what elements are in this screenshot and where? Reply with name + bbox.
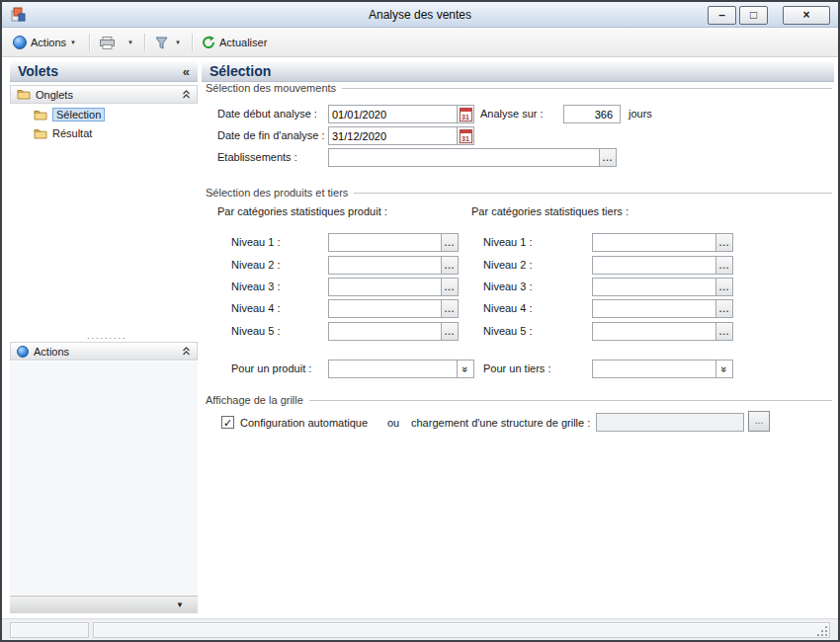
niveau-4-produit-input[interactable] [328,299,442,318]
niveau-5-produit-input[interactable] [328,322,442,341]
niveau-4-tiers-browse-button[interactable]: ... [716,299,733,318]
chargement-structure-label: chargement d'une structure de grille : [411,417,590,429]
pour-un-tiers-input[interactable] [592,360,716,378]
date-end-input[interactable] [328,126,458,145]
close-button[interactable]: × [783,6,830,25]
calendar-icon: 31 [460,129,472,143]
sidebar-bottom-bar: ▼ [10,596,198,613]
filter-funnel-icon [155,37,168,49]
status-panel-left [10,622,89,638]
toolbar-separator [192,34,193,51]
print-dropdown-button[interactable]: ▼ [125,32,136,53]
structure-grille-browse-button[interactable]: ... [748,411,770,432]
niveau-2-produit-input[interactable] [328,256,442,275]
niveau-2-tiers-browse-button[interactable]: ... [716,256,733,275]
niveau-2-produit-field: ... [328,256,459,275]
date-start-label: Date début analyse : [217,108,317,120]
niveau-1-produit-browse-button[interactable]: ... [442,233,459,252]
chevron-down-icon: ▼ [70,40,76,45]
niveau-2-tiers-label: Niveau 2 : [483,259,533,271]
niveau-5-tiers-input[interactable] [592,322,716,341]
folder-icon [17,89,31,100]
refresh-button[interactable]: Actualiser [197,32,272,53]
niveau-3-tiers-field: ... [592,278,733,296]
ou-label: ou [387,417,399,429]
produit-column-header: Par catégories statistiques produit : [217,205,387,217]
sidebar-group-actions[interactable]: Actions [10,342,198,361]
etablissements-field: ... [328,148,617,167]
niveau-3-tiers-input[interactable] [592,278,716,296]
sidebar-group-onglets[interactable]: Onglets [10,85,198,104]
collapse-sidebar-icon[interactable]: « [183,64,190,79]
filter-dropdown-button[interactable]: ▼ [172,32,184,53]
pour-un-tiers-label: Pour un tiers : [483,362,550,374]
toolbar: Actions ▼ ▼ ▼ A [2,28,838,57]
niveau-3-tiers-label: Niveau 3 : [483,281,533,292]
main-header: Sélection [202,61,834,82]
sidebar-splitter-handle[interactable]: ......... [87,332,127,340]
pour-un-produit-label: Pour un produit : [231,362,311,374]
chevron-down-icon: ▼ [175,40,181,45]
niveau-1-tiers-browse-button[interactable]: ... [716,233,733,252]
onglets-label: Onglets [36,89,73,101]
resize-grip[interactable] [816,625,828,639]
date-end-label: Date de fin d'analyse : [217,129,325,141]
section-produits-tiers: Sélection des produits et tiers [206,187,832,199]
chevron-up-icon[interactable] [182,90,191,99]
niveau-1-tiers-field: ... [592,233,733,252]
niveau-1-tiers-label: Niveau 1 : [483,236,533,248]
maximize-button[interactable]: □ [739,6,768,25]
niveau-4-produit-field: ... [328,299,459,318]
section-mouvements: Sélection des mouvements [206,82,832,94]
niveau-4-produit-browse-button[interactable]: ... [442,299,459,318]
actions-menu-label: Actions [31,37,66,48]
sidebar-item-selection[interactable]: Sélection [34,107,105,122]
niveau-3-produit-browse-button[interactable]: ... [442,278,459,296]
pour-un-produit-input[interactable] [328,360,458,378]
combo-double-chevron-icon[interactable]: » [458,360,474,378]
filter-button[interactable] [150,32,173,53]
analyse-sur-input[interactable] [563,105,621,123]
etablissements-input[interactable] [328,148,600,167]
niveau-1-produit-input[interactable] [328,233,442,252]
structure-grille-input[interactable] [596,413,744,432]
actions-menu-button[interactable]: Actions ▼ [8,32,81,53]
niveau-5-produit-browse-button[interactable]: ... [442,322,459,341]
chevron-up-icon[interactable] [182,347,191,356]
configuration-automatique-label: Configuration automatique [240,417,368,429]
sidebar-actions-label: Actions [34,346,69,358]
etablissements-browse-button[interactable]: ... [600,148,617,167]
sidebar-item-resultat[interactable]: Résultat [34,125,92,141]
sidebar-header: Volets « [10,61,198,82]
scroll-down-icon[interactable]: ▼ [176,601,184,609]
main-title: Sélection [210,63,271,79]
niveau-2-produit-browse-button[interactable]: ... [442,256,459,275]
niveau-3-tiers-browse-button[interactable]: ... [716,278,733,296]
sidebar-empty-area [10,361,198,596]
status-panel-right [93,622,830,638]
niveau-2-produit-label: Niveau 2 : [231,259,281,271]
folder-icon [34,128,47,139]
date-end-calendar-button[interactable]: 31 [458,126,474,145]
pour-un-tiers-combo[interactable]: » [592,360,733,378]
configuration-automatique-checkbox[interactable]: ✓ [221,416,234,429]
niveau-5-tiers-label: Niveau 5 : [483,325,533,337]
date-start-calendar-button[interactable]: 31 [458,105,474,123]
toolbar-separator [144,34,145,51]
analyse-sur-label: Analyse sur : [480,108,544,120]
niveau-3-produit-input[interactable] [328,278,442,296]
niveau-1-produit-label: Niveau 1 : [231,236,281,248]
niveau-1-tiers-input[interactable] [592,233,716,252]
pour-un-produit-combo[interactable]: » [328,360,474,378]
niveau-5-produit-field: ... [328,322,459,341]
niveau-3-produit-field: ... [328,278,459,296]
print-button[interactable] [95,32,120,53]
date-start-input[interactable] [328,105,458,123]
niveau-5-tiers-browse-button[interactable]: ... [716,322,733,341]
niveau-4-tiers-field: ... [592,299,733,318]
niveau-4-tiers-input[interactable] [592,299,716,318]
date-end-field: 31 [328,126,474,145]
niveau-2-tiers-input[interactable] [592,256,716,275]
combo-double-chevron-icon[interactable]: » [716,360,733,378]
minimize-button[interactable]: – [708,6,736,25]
